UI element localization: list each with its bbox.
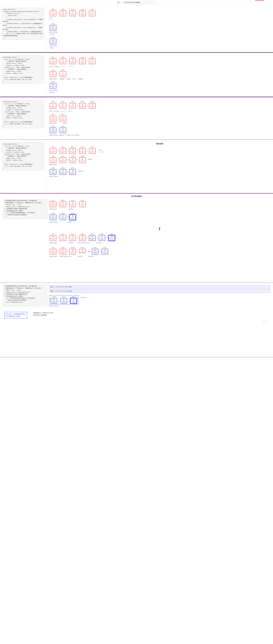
input-label: 输入： — [117, 1, 122, 4]
merge-left: //因为偶数位置的节点也许还是存在的, 所以需要主要 //奇数结束最后一个节点的… — [3, 199, 49, 258]
footer: andl... — [3, 320, 270, 323]
merge-content: //因为偶数位置的节点也许还是存在的, 所以需要主要 //奇数结束最后一个节点的… — [3, 199, 270, 258]
oddlinked-row: 0x00 0 null — [49, 37, 270, 44]
bottom-notes: 该个节点, 没有指数被引用它, 它空间被垃圾JVM回收。 后面两节点, 有节点n… — [3, 310, 270, 320]
oddlinked-label: oddLinked — [49, 45, 270, 47]
section-3-right: 0x01 1 0x02 ⇒ 0x02 2 0x03 ⇒ 0x03 — [46, 99, 273, 138]
code-return: //因为偶数位置的节点也许还是存在的, 所以需要主要 //奇数结束最后一个节点的… — [3, 284, 47, 306]
head-label-1: head — [49, 17, 270, 19]
io-output: 输出: 1->3->5->2->4->NULL — [49, 289, 270, 293]
head-node-group: 0x01 1 0x02 — [49, 9, 57, 16]
node-box: 0x02 2 0x03 — [60, 9, 66, 16]
node-box: 0x03 3 0x04 — [69, 9, 76, 16]
section-6: //因为偶数位置的节点也许还是存在的, 所以需要主要 //奇数结束最后一个节点的… — [0, 283, 273, 357]
evenlinked-row: 0x0 0 null — [49, 23, 270, 30]
node-box: 0x02 2 0x03 — [60, 57, 66, 64]
arrow-4: ⇒ — [87, 12, 88, 14]
section-1-left: class Solution { public ListNode oddEven… — [0, 6, 46, 50]
page-container: 输入： class Solution { public ListNode odd… — [0, 0, 273, 357]
evencur-label: evenCur — [49, 34, 270, 35]
final-result-box: 0x00 0 0x02 ⇒ 0x02 2 0x04 — [49, 295, 78, 304]
head-labels-2: head ⇒ head n == 1 n == 2 — [49, 65, 270, 68]
code-block-4: while(head!=null){ if(n % 2 == 1){//奇数 第… — [2, 142, 44, 170]
node-box-odd0: 0x0 0 0x01 — [50, 70, 56, 77]
oddlinked-section-2: 0x0 0 0x01 ⇒ 0x01 1 0x02 — [49, 70, 270, 80]
section-3: while(head!=null){ if(n % 2 == 1){//奇数 第… — [0, 97, 273, 140]
node-box-odd1: 0x01 1 0x02 — [60, 70, 66, 77]
n-label-1: n == 1 — [49, 19, 270, 21]
node-box-even0: 0x00 0 null — [50, 81, 56, 89]
code-block-2: while(head!=null){ if(n % 2 == 1){//奇数 第… — [2, 56, 44, 84]
arrow-2: ⇒ — [67, 12, 68, 14]
oddcur-label: oddCur — [49, 47, 270, 49]
section-6-right: 输入: 1->2->3->4->5->NULL 输出: 1->3->5->2->… — [49, 284, 270, 308]
node-box: 0x04 4 0x05 — [79, 57, 86, 64]
node-box: 0x05 5 null — [89, 9, 95, 16]
evenlinked-section-2: 0x00 0 null evenLinked evenCur — [49, 81, 270, 93]
head-row-3: 0x01 1 0x02 ⇒ 0x02 2 0x03 ⇒ 0x03 — [49, 101, 270, 108]
node-box: 0x03 3 0x04 — [69, 57, 76, 64]
io-input: 输入: 1->2->3->4->5->NULL — [49, 285, 270, 289]
section-4-right: 最终效果 0x01 1 0x02 ⇒ 0x02 2 0x03 — [46, 141, 273, 192]
code-block-1: class Solution { public ListNode oddEven… — [2, 8, 44, 40]
section-3-left: while(head!=null){ if(n % 2 == 1){//奇数 第… — [0, 99, 46, 138]
note-box: 该个节点, 没有指数被引用它, 它空间被垃圾JVM回收。 — [4, 312, 27, 319]
note-text: 后面两节点, 有节点next引用, 所以空间不会被回收。 — [33, 312, 54, 316]
merge-title: 合并奇偶链表 — [3, 195, 270, 198]
big-down-arrow: ⬇ — [49, 226, 270, 232]
section-4-title: 最终效果 — [49, 142, 270, 145]
section-1: class Solution { public ListNode oddEven… — [0, 5, 273, 52]
head-row-2: 0x01 1 0x02 ⇒ 0x02 2 0x03 ⇒ 0x03 — [49, 57, 270, 64]
arrow-3: ⇒ — [77, 12, 78, 14]
section-4-left: while(head!=null){ if(n % 2 == 1){//奇数 第… — [0, 141, 46, 192]
node-box: 0x01 1 0x02 — [50, 9, 56, 16]
section-2-right: 0x01 1 0x02 ⇒ 0x02 2 0x03 ⇒ 0x03 — [46, 54, 273, 95]
section-2: while(head!=null){ if(n % 2 == 1){//奇数 第… — [0, 52, 273, 97]
node-box: 0x04 4 0x05 — [79, 9, 86, 16]
section-1-right: 0x01 1 0x02 ⇒ 0x02 2 0x03 ⇒ — [46, 6, 273, 50]
node-box-even: 0x0 0 null — [50, 23, 56, 30]
evenlinked-label: evenLinked — [49, 32, 270, 33]
red-line-decoration — [255, 0, 264, 1]
arrow-1: ⇒ — [57, 12, 59, 14]
evenlinked-section: 0x0 0 null evenLinked evenCur — [49, 23, 270, 35]
code-merge: //因为偶数位置的节点也许还是存在的, 所以需要主要 //奇数结束最后一个节点的… — [3, 199, 47, 219]
code-block-3: while(head!=null){ if(n % 2 == 1){//奇数 第… — [2, 100, 44, 128]
top-bar: 输入： — [0, 0, 273, 5]
section-2-left: while(head!=null){ if(n % 2 == 1){//奇数 第… — [0, 54, 46, 95]
node-box: 0x01 1 0x02 — [50, 57, 56, 64]
input-field[interactable] — [123, 1, 156, 4]
head-row-1: 0x01 1 0x02 ⇒ 0x02 2 0x03 ⇒ — [49, 9, 270, 16]
merge-diagrams: 0x0 0 0x01 ⇒ 0x01 1 — [49, 199, 270, 258]
section-5: 合并奇偶链表 //因为偶数位置的节点也许还是存在的, 所以需要主要 //奇数结束… — [0, 193, 273, 283]
node-box: 0x05 5 null — [89, 57, 95, 64]
oddlinked-section: 0x00 0 null oddLinked oddCur — [49, 37, 270, 49]
section-4: while(head!=null){ if(n % 2 == 1){//奇数 第… — [0, 140, 273, 193]
head-row-4: 0x01 1 0x02 ⇒ 0x02 2 0x03 ⇒ 0x03 — [49, 146, 270, 154]
section-6-inner: //因为偶数位置的节点也许还是存在的, 所以需要主要 //奇数结束最后一个节点的… — [3, 284, 270, 308]
section-6-left: //因为偶数位置的节点也许还是存在的, 所以需要主要 //奇数结束最后一个节点的… — [3, 284, 49, 308]
node-box-odd: 0x00 0 null — [50, 37, 56, 44]
